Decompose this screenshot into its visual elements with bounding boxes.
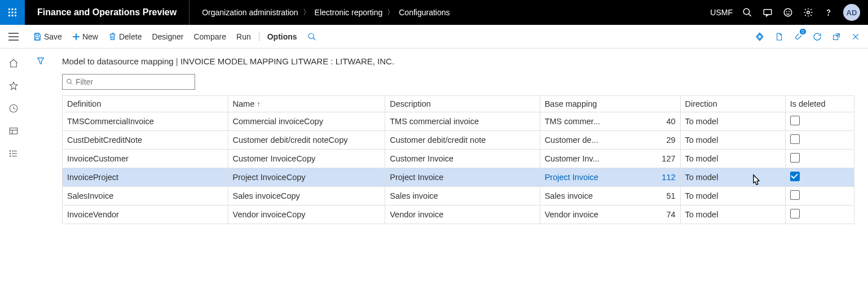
cell-description[interactable]: Vendor invoice (385, 205, 540, 224)
save-button[interactable]: Save (33, 32, 62, 41)
mappings-grid: Definition Name ↑ Description Base mappi… (62, 95, 854, 224)
cell-base-mapping-count[interactable]: 74 (625, 205, 680, 224)
checkbox[interactable] (790, 116, 800, 125)
cell-description[interactable]: Customer debit/credit note (385, 131, 540, 150)
table-row[interactable]: InvoiceCustomerCustomer InvoiceCopyCusto… (63, 150, 854, 168)
cell-name[interactable]: Sales invoiceCopy (228, 187, 385, 205)
home-icon[interactable] (8, 58, 19, 69)
cell-is-deleted[interactable] (785, 168, 854, 187)
delete-button[interactable]: Delete (108, 32, 142, 41)
checkbox[interactable] (790, 209, 800, 218)
star-icon[interactable] (8, 80, 19, 91)
cell-base-mapping-count[interactable]: 112 (625, 168, 680, 187)
svg-point-24 (309, 33, 314, 38)
cell-direction[interactable]: To model (680, 187, 785, 205)
table-row[interactable]: InvoiceVendorVendor invoiceCopyVendor in… (63, 205, 854, 224)
cell-definition[interactable]: TMSCommercialInvoice (63, 112, 228, 131)
cell-definition[interactable]: SalesInvoice (63, 187, 228, 205)
breadcrumb-item[interactable]: Organization administration (202, 8, 298, 17)
cell-description[interactable]: TMS commercial invoice (385, 112, 540, 131)
cell-description[interactable]: Sales invoice (385, 187, 540, 205)
feedback-smile-icon[interactable] (782, 7, 794, 18)
cell-base-mapping-count[interactable]: 40 (625, 112, 680, 131)
refresh-icon[interactable] (812, 31, 823, 42)
checkbox[interactable] (790, 190, 800, 200)
nav-hamburger-button[interactable] (0, 25, 27, 49)
chat-icon[interactable] (762, 7, 773, 18)
page-title-sep: | (176, 56, 180, 66)
cell-name[interactable]: Vendor invoiceCopy (228, 205, 385, 224)
table-row[interactable]: CustDebitCreditNoteCustomer debit/credit… (63, 131, 854, 150)
col-definition[interactable]: Definition (63, 96, 228, 112)
cell-definition[interactable]: InvoiceProject (63, 168, 228, 187)
diamond-icon[interactable] (754, 31, 765, 42)
cell-base-mapping[interactable]: Customer de... (540, 131, 625, 150)
cell-definition[interactable]: CustDebitCreditNote (63, 131, 228, 150)
table-row[interactable]: InvoiceProjectProject InvoiceCopyProject… (63, 168, 854, 187)
cell-base-mapping[interactable]: Sales invoice (540, 187, 625, 205)
cell-definition[interactable]: InvoiceVendor (63, 205, 228, 224)
help-icon[interactable] (823, 7, 834, 18)
checkbox[interactable] (790, 172, 800, 181)
attachment-icon[interactable]: 0 (792, 31, 804, 42)
popout-icon[interactable] (831, 31, 842, 42)
col-is-deleted[interactable]: Is deleted (785, 96, 854, 112)
toolbar-search-button[interactable] (307, 32, 316, 41)
svg-point-13 (786, 11, 787, 12)
cell-name[interactable]: Customer InvoiceCopy (228, 150, 385, 168)
app-launcher-button[interactable] (0, 0, 25, 25)
search-icon[interactable] (742, 7, 753, 18)
designer-button[interactable]: Designer (152, 32, 183, 41)
cell-is-deleted[interactable] (785, 205, 854, 224)
cell-is-deleted[interactable] (785, 112, 854, 131)
cell-base-mapping[interactable]: Vendor invoice (540, 205, 625, 224)
cell-base-mapping-count[interactable]: 51 (625, 187, 680, 205)
settings-gear-icon[interactable] (803, 7, 814, 18)
col-description[interactable]: Description (385, 96, 540, 112)
grid-filter[interactable] (62, 74, 195, 90)
cell-base-mapping[interactable]: Project Invoice (540, 168, 625, 187)
cell-direction[interactable]: To model (680, 112, 785, 131)
checkbox[interactable] (790, 153, 800, 163)
svg-rect-11 (764, 10, 772, 15)
svg-rect-7 (12, 15, 14, 16)
recent-icon[interactable] (8, 103, 19, 114)
cell-is-deleted[interactable] (785, 131, 854, 150)
checkbox[interactable] (790, 134, 800, 144)
cell-is-deleted[interactable] (785, 150, 854, 168)
cell-name[interactable]: Commercial invoiceCopy (228, 112, 385, 131)
compare-button[interactable]: Compare (193, 32, 226, 41)
cell-name[interactable]: Project InvoiceCopy (228, 168, 385, 187)
col-name[interactable]: Name ↑ (228, 96, 385, 112)
cell-base-mapping-count[interactable]: 29 (625, 131, 680, 150)
cell-direction[interactable]: To model (680, 131, 785, 150)
cell-description[interactable]: Project Invoice (385, 168, 540, 187)
workspace-icon[interactable] (8, 125, 19, 137)
cell-name[interactable]: Customer debit/credit noteCopy (228, 131, 385, 150)
cell-base-mapping-count[interactable]: 127 (625, 150, 680, 168)
list-icon[interactable] (8, 148, 19, 159)
filter-pane-toggle[interactable] (27, 49, 54, 293)
breadcrumb-item[interactable]: Configurations (399, 8, 450, 17)
new-button[interactable]: + New (72, 30, 98, 43)
table-row[interactable]: SalesInvoiceSales invoiceCopySales invoi… (63, 187, 854, 205)
breadcrumb-item[interactable]: Electronic reporting (315, 8, 383, 17)
run-button[interactable]: Run (236, 32, 251, 41)
cell-direction[interactable]: To model (680, 205, 785, 224)
cell-description[interactable]: Customer Invoice (385, 150, 540, 168)
cell-definition[interactable]: InvoiceCustomer (63, 150, 228, 168)
company-code[interactable]: USMF (710, 8, 733, 17)
close-icon[interactable] (850, 31, 861, 42)
table-row[interactable]: TMSCommercialInvoiceCommercial invoiceCo… (63, 112, 854, 131)
document-icon[interactable] (773, 31, 785, 42)
cell-base-mapping[interactable]: TMS commer... (540, 112, 625, 131)
col-base-mapping[interactable]: Base mapping (540, 96, 680, 112)
filter-input[interactable] (76, 77, 191, 86)
cell-direction[interactable]: To model (680, 168, 785, 187)
cell-direction[interactable]: To model (680, 150, 785, 168)
options-button[interactable]: Options (259, 32, 297, 41)
cell-is-deleted[interactable] (785, 187, 854, 205)
avatar[interactable]: AD (843, 4, 860, 21)
col-direction[interactable]: Direction (680, 96, 785, 112)
cell-base-mapping[interactable]: Customer Inv... (540, 150, 625, 168)
